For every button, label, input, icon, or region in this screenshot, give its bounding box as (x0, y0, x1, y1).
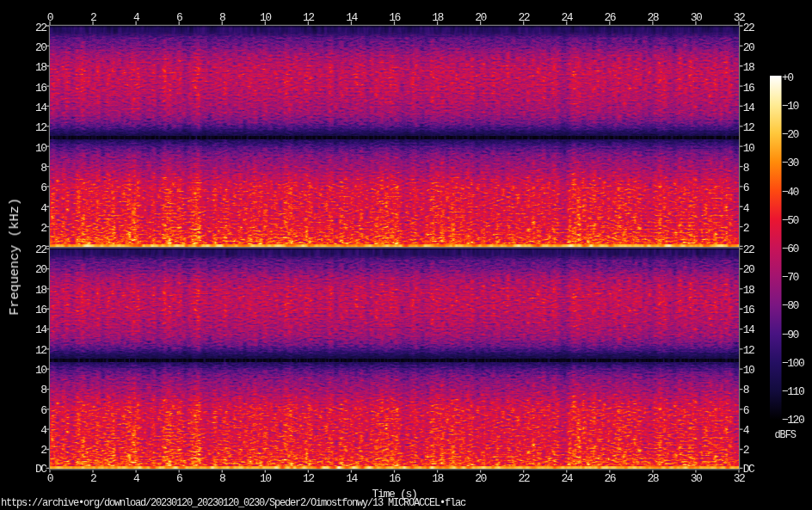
svg-text:12: 12 (35, 121, 46, 134)
svg-text:DC: DC (743, 463, 755, 476)
svg-text:10: 10 (743, 142, 754, 155)
svg-text:16: 16 (35, 304, 46, 316)
svg-text:Frequency (kHz): Frequency (kHz) (7, 198, 22, 316)
svg-text:DC: DC (35, 463, 47, 476)
svg-text:−50: −50 (782, 214, 799, 227)
svg-text:26: 26 (605, 472, 616, 485)
svg-text:2: 2 (40, 444, 46, 457)
svg-text:12: 12 (35, 344, 46, 357)
svg-text:22: 22 (35, 22, 46, 34)
svg-text:22: 22 (743, 243, 754, 256)
svg-text:16: 16 (389, 472, 400, 485)
svg-text:−110: −110 (782, 385, 804, 398)
svg-text:14: 14 (346, 472, 358, 485)
svg-text:18: 18 (35, 284, 46, 297)
svg-text:22: 22 (743, 22, 754, 34)
svg-text:12: 12 (303, 472, 314, 485)
svg-text:6: 6 (40, 404, 46, 417)
svg-text:−10: −10 (782, 100, 799, 113)
svg-text:10: 10 (35, 364, 46, 377)
svg-text:20: 20 (475, 472, 486, 485)
svg-text:+0: +0 (782, 71, 793, 84)
svg-text:16: 16 (35, 82, 46, 95)
svg-text:18: 18 (35, 61, 46, 74)
svg-text:20: 20 (743, 263, 754, 276)
svg-text:16: 16 (743, 82, 754, 95)
svg-text:−80: −80 (782, 299, 799, 312)
svg-text:14: 14 (35, 101, 47, 114)
svg-text:8: 8 (219, 472, 225, 485)
svg-text:20: 20 (35, 263, 46, 276)
svg-text:https://archive•org/download/2: https://archive•org/download/20230120_20… (1, 497, 466, 509)
svg-text:12: 12 (743, 121, 754, 134)
svg-text:−30: −30 (782, 157, 799, 169)
svg-text:16: 16 (743, 304, 754, 316)
svg-text:−70: −70 (782, 271, 799, 284)
svg-text:18: 18 (743, 61, 754, 74)
svg-text:−40: −40 (782, 186, 799, 199)
svg-text:22: 22 (35, 243, 46, 256)
svg-text:22: 22 (518, 472, 529, 485)
svg-text:−20: −20 (782, 128, 799, 141)
svg-text:2: 2 (743, 444, 749, 457)
svg-text:−90: −90 (782, 329, 799, 341)
svg-text:8: 8 (40, 162, 46, 175)
svg-text:dBFS: dBFS (775, 429, 797, 441)
svg-text:6: 6 (40, 181, 46, 194)
svg-text:18: 18 (432, 472, 443, 485)
svg-text:−120: −120 (782, 414, 804, 427)
svg-text:12: 12 (743, 344, 754, 357)
svg-text:10: 10 (743, 364, 754, 377)
svg-text:10: 10 (35, 142, 46, 155)
svg-text:2: 2 (90, 472, 96, 485)
svg-text:14: 14 (346, 11, 358, 24)
svg-text:8: 8 (40, 384, 46, 396)
svg-text:−100: −100 (782, 357, 804, 370)
svg-text:6: 6 (176, 472, 182, 485)
svg-text:14: 14 (743, 101, 755, 114)
svg-text:0: 0 (47, 472, 53, 485)
svg-text:−60: −60 (782, 243, 799, 255)
svg-text:24: 24 (561, 11, 573, 24)
svg-text:30: 30 (691, 472, 702, 485)
svg-text:28: 28 (648, 472, 659, 485)
svg-text:24: 24 (561, 472, 573, 485)
svg-text:18: 18 (743, 284, 754, 297)
svg-text:14: 14 (35, 323, 47, 336)
svg-text:10: 10 (260, 472, 271, 485)
svg-text:8: 8 (743, 162, 749, 175)
svg-text:20: 20 (743, 41, 754, 54)
svg-text:2: 2 (743, 222, 749, 235)
svg-text:20: 20 (35, 41, 46, 54)
svg-text:2: 2 (40, 222, 46, 235)
svg-text:6: 6 (743, 404, 749, 417)
svg-text:14: 14 (743, 323, 755, 336)
svg-text:8: 8 (743, 384, 749, 396)
svg-text:6: 6 (743, 181, 749, 194)
